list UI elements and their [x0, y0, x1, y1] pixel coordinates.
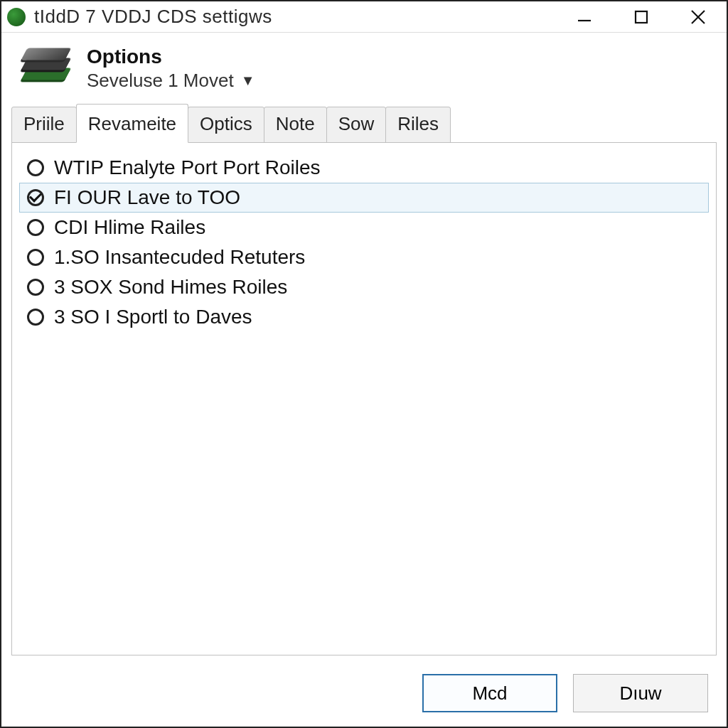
tab-note[interactable]: Note [264, 107, 327, 143]
radio-icon [27, 309, 44, 326]
secondary-button[interactable]: Dıuw [573, 674, 708, 712]
header-title: Options [87, 46, 255, 68]
option-row[interactable]: 3 SOX Sond Himes Roiles [19, 272, 709, 302]
chevron-down-icon: ▼ [241, 73, 255, 89]
close-icon [689, 8, 707, 26]
tab-panel: WTIP Enalyte Port Port Roiles FI OUR Lav… [11, 142, 717, 655]
tab-sow[interactable]: Sow [326, 107, 387, 143]
maximize-icon [633, 9, 650, 26]
button-bar: Mcd Dıuw [1, 665, 727, 727]
close-button[interactable] [682, 6, 714, 28]
option-label: 3 SOX Sond Himes Roiles [54, 276, 287, 299]
primary-button[interactable]: Mcd [422, 674, 557, 712]
radio-checked-icon [27, 189, 44, 206]
option-label: FI OUR Lave to TOO [54, 186, 240, 209]
header-text: Options Seveluse 1 Movet ▼ [87, 46, 255, 92]
minimize-icon [575, 8, 594, 26]
app-icon [7, 8, 26, 26]
option-label: 1.SO Insantecuded Retuters [54, 246, 305, 269]
dialog-window: tIddD 7 VDDJ CDS settigws Options Sevelu… [0, 0, 728, 728]
tab-optics[interactable]: Optics [188, 107, 264, 143]
window-controls [569, 6, 714, 28]
profile-selector[interactable]: Seveluse 1 Movet ▼ [87, 70, 255, 92]
chip-icon [18, 48, 74, 90]
option-row[interactable]: 1.SO Insantecuded Retuters [19, 242, 709, 272]
radio-icon [27, 159, 44, 176]
radio-icon [27, 219, 44, 236]
window-title: tIddD 7 VDDJ CDS settigws [34, 6, 569, 28]
option-label: CDI Hlime Railes [54, 216, 205, 239]
titlebar: tIddD 7 VDDJ CDS settigws [1, 1, 727, 33]
option-list: WTIP Enalyte Port Port Roiles FI OUR Lav… [12, 143, 716, 342]
minimize-button[interactable] [569, 6, 600, 28]
option-row[interactable]: WTIP Enalyte Port Port Roiles [19, 153, 709, 183]
option-row[interactable]: 3 SO I Sportl to Daves [19, 302, 709, 332]
maximize-button[interactable] [626, 6, 657, 28]
svg-rect-1 [636, 11, 647, 23]
option-row[interactable]: CDI Hlime Railes [19, 213, 709, 242]
header: Options Seveluse 1 Movet ▼ [1, 33, 727, 99]
tab-riles[interactable]: Riles [385, 107, 451, 143]
tab-priile[interactable]: Priile [11, 107, 77, 143]
profile-name: Seveluse 1 Movet [87, 70, 234, 92]
tab-revameite[interactable]: Revameite [76, 104, 188, 143]
radio-icon [27, 279, 44, 296]
radio-icon [27, 249, 44, 266]
option-row[interactable]: FI OUR Lave to TOO [19, 183, 709, 213]
tabstrip: Priile Revameite Optics Note Sow Riles [1, 103, 727, 142]
option-label: 3 SO I Sportl to Daves [54, 306, 252, 328]
option-label: WTIP Enalyte Port Port Roiles [54, 156, 321, 179]
